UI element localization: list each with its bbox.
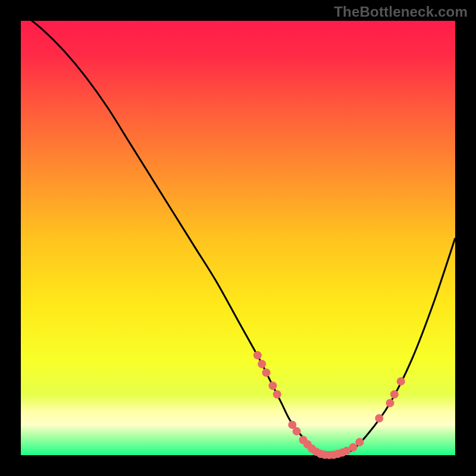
curve-marker xyxy=(375,414,383,422)
watermark-text: TheBottleneck.com xyxy=(334,4,468,20)
curve-marker xyxy=(390,390,399,399)
bottleneck-chart xyxy=(0,0,476,476)
curve-marker xyxy=(262,368,270,377)
curve-marker xyxy=(273,390,281,399)
curve-marker xyxy=(349,443,357,452)
curve-marker xyxy=(397,377,405,386)
chart-stage: TheBottleneck.com xyxy=(0,0,476,476)
curve-marker xyxy=(258,360,266,368)
curve-marker xyxy=(386,399,394,407)
curve-marker xyxy=(268,381,277,390)
curve-marker xyxy=(293,427,301,436)
curve-marker xyxy=(253,351,262,359)
curve-marker xyxy=(355,438,364,446)
plot-background xyxy=(21,21,455,455)
